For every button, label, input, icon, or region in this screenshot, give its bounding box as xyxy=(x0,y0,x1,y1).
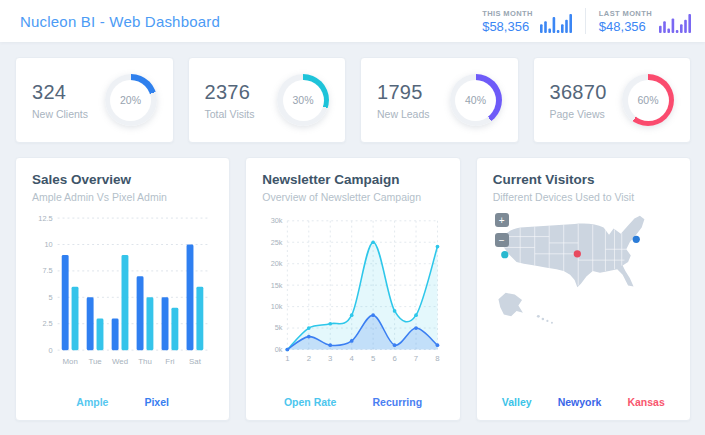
this-month-label: THIS MONTH xyxy=(482,9,533,18)
svg-text:5: 5 xyxy=(49,293,53,302)
legend-item-recurring[interactable]: Recurring xyxy=(372,396,422,408)
us-map xyxy=(493,213,674,331)
svg-text:7: 7 xyxy=(414,354,418,363)
svg-text:10: 10 xyxy=(44,240,52,249)
ring-percent: 60% xyxy=(637,94,658,106)
legend-item-kansas: Kansas xyxy=(627,396,664,408)
card-subtitle: Overview of Newsletter Campaign xyxy=(262,191,443,203)
map-marker-valley[interactable] xyxy=(501,251,508,258)
current-visitors-card: Current Visitors Different Devices Used … xyxy=(476,157,691,421)
stat-value: 324 xyxy=(32,81,88,104)
stat-label: Page Views xyxy=(550,108,607,120)
legend-item-pixel[interactable]: Pixel xyxy=(144,396,169,408)
last-month-sparkline-chart xyxy=(659,13,691,34)
svg-text:20k: 20k xyxy=(271,259,283,268)
svg-text:1: 1 xyxy=(286,354,290,363)
card-title: Current Visitors xyxy=(493,172,674,187)
stat-card-total-visits: 2376 Total Visits 30% xyxy=(188,57,347,143)
legend-item-open-rate[interactable]: Open Rate xyxy=(284,396,337,408)
svg-text:2.5: 2.5 xyxy=(42,319,52,328)
zoom-out-button[interactable]: − xyxy=(495,233,509,247)
legend-item-newyork: Newyork xyxy=(558,396,602,408)
this-month-value: $58,356 xyxy=(482,19,533,34)
last-month-stat: LAST MONTH $48,356 xyxy=(599,9,691,34)
svg-text:Wed: Wed xyxy=(112,357,128,366)
stat-label: Total Visits xyxy=(205,108,255,120)
map-marker-newyork[interactable] xyxy=(632,236,639,243)
stat-card-new-clients: 324 New Clients 20% xyxy=(15,57,174,143)
header-month-stats: THIS MONTH $58,356 LAST MONTH $48,356 xyxy=(482,8,691,34)
stat-card-new-leads: 1795 New Leads 40% xyxy=(360,57,519,143)
legend-item-ample[interactable]: Ample xyxy=(76,396,108,408)
app-header: Nucleon BI - Web Dashboard THIS MONTH $5… xyxy=(0,0,705,42)
chart-cards-row: Sales Overview Ample Admin Vs Pixel Admi… xyxy=(15,157,691,421)
sales-bar-chart: 02.557.51012.5MonTueWedThuFriSat xyxy=(32,209,213,373)
svg-text:0: 0 xyxy=(49,346,53,355)
progress-ring: 60% xyxy=(622,74,674,126)
card-subtitle: Different Devices Used to Visit xyxy=(493,191,674,203)
svg-text:10k: 10k xyxy=(271,302,283,311)
map-zoom-controls: + − xyxy=(495,213,509,247)
svg-text:Sat: Sat xyxy=(189,357,202,366)
card-title: Newsletter Campaign xyxy=(262,172,443,187)
newsletter-legend: Open Rate Recurring xyxy=(262,396,443,408)
svg-text:6: 6 xyxy=(393,354,397,363)
card-title: Sales Overview xyxy=(32,172,213,187)
dashboard-main: 324 New Clients 20% 2376 Total Visits 30… xyxy=(0,57,705,421)
header-divider xyxy=(585,8,586,34)
svg-text:2: 2 xyxy=(307,354,311,363)
stat-label: New Leads xyxy=(377,108,430,120)
svg-text:25k: 25k xyxy=(271,238,283,247)
stat-card-page-views: 36870 Page Views 60% xyxy=(533,57,692,143)
svg-text:12.5: 12.5 xyxy=(38,214,52,223)
svg-text:0k: 0k xyxy=(275,345,283,354)
svg-text:5: 5 xyxy=(371,354,375,363)
stat-value: 1795 xyxy=(377,81,430,104)
svg-text:5k: 5k xyxy=(275,323,283,332)
svg-text:4: 4 xyxy=(350,354,355,363)
stat-cards-row: 324 New Clients 20% 2376 Total Visits 30… xyxy=(15,57,691,143)
map-marker-kansas[interactable] xyxy=(573,250,580,257)
sales-legend: Ample Pixel xyxy=(32,396,213,408)
newsletter-line-chart: 123456780k5k10k15k20k25k30k xyxy=(262,209,443,373)
svg-text:Mon: Mon xyxy=(62,357,77,366)
svg-text:15k: 15k xyxy=(271,281,283,290)
sales-overview-card: Sales Overview Ample Admin Vs Pixel Admi… xyxy=(15,157,230,421)
progress-ring: 30% xyxy=(277,74,329,126)
svg-text:7.5: 7.5 xyxy=(42,266,52,275)
app-title: Nucleon BI - Web Dashboard xyxy=(20,13,220,30)
visitors-legend: Valley Newyork Kansas xyxy=(493,396,674,408)
this-month-sparkline-chart xyxy=(540,13,572,34)
svg-text:Tue: Tue xyxy=(88,357,102,366)
svg-text:30k: 30k xyxy=(271,216,283,225)
zoom-in-button[interactable]: + xyxy=(495,213,509,227)
us-map-mainland xyxy=(502,216,644,288)
us-map-hawaii xyxy=(537,315,553,324)
ring-percent: 30% xyxy=(292,94,313,106)
svg-text:3: 3 xyxy=(328,354,332,363)
progress-ring: 20% xyxy=(105,74,157,126)
progress-ring: 40% xyxy=(450,74,502,126)
us-map-alaska xyxy=(498,293,522,317)
ring-percent: 40% xyxy=(465,94,486,106)
stat-value: 36870 xyxy=(550,81,607,104)
ring-percent: 20% xyxy=(120,94,141,106)
svg-text:Thu: Thu xyxy=(138,357,152,366)
this-month-stat: THIS MONTH $58,356 xyxy=(482,9,572,34)
last-month-value: $48,356 xyxy=(599,19,652,34)
stat-value: 2376 xyxy=(205,81,255,104)
card-subtitle: Ample Admin Vs Pixel Admin xyxy=(32,191,213,203)
svg-text:8: 8 xyxy=(436,354,440,363)
stat-label: New Clients xyxy=(32,108,88,120)
legend-item-valley: Valley xyxy=(502,396,532,408)
last-month-label: LAST MONTH xyxy=(599,9,652,18)
us-map-container: + − xyxy=(493,213,674,331)
svg-text:Fri: Fri xyxy=(165,357,174,366)
newsletter-campaign-card: Newsletter Campaign Overview of Newslett… xyxy=(245,157,460,421)
